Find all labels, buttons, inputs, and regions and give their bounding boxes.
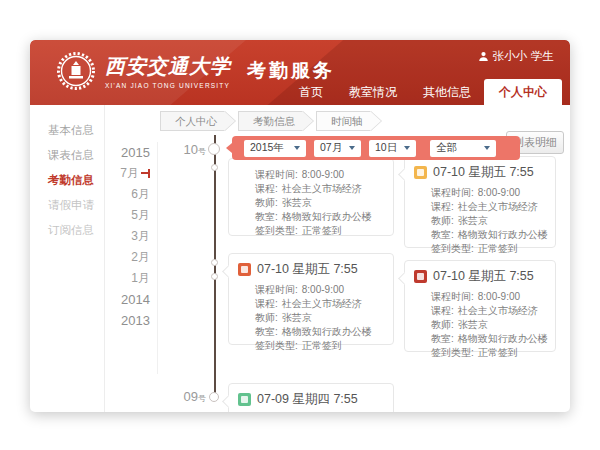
axis-month-feb[interactable]: 2月 — [110, 247, 150, 268]
day-marker-09[interactable]: 09号 — [172, 389, 206, 404]
dropdown-arrow-icon — [404, 146, 410, 150]
field-label-time: 课程时间: — [255, 284, 298, 295]
card-date-title: 07-10 星期五 7:55 — [257, 261, 358, 278]
timeline-node-day10[interactable] — [208, 143, 220, 155]
card-date-title: 07-09 星期四 7:55 — [257, 391, 358, 408]
breadcrumb-attendance-info[interactable]: 考勤信息 — [238, 111, 303, 131]
sidebar-item-leave-request[interactable]: 请假申请 — [30, 193, 104, 218]
nav-item-personal-center[interactable]: 个人中心 — [484, 79, 562, 105]
attendance-card: 07-10 星期五 7:55 课程时间:8:00-9:00 课程:社会主义市场经… — [404, 260, 556, 352]
field-label-room: 教室: — [431, 333, 454, 344]
card-date-title: 07-10 星期五 7:55 — [433, 268, 534, 285]
person-icon — [478, 51, 489, 62]
field-value-course: 社会主义市场经济 — [282, 298, 362, 309]
year-select[interactable]: 2015年 — [244, 140, 306, 157]
axis-month-jan[interactable]: 1月 — [110, 268, 150, 289]
breadcrumb-timeline[interactable]: 时间轴 — [316, 111, 371, 131]
app-header: 西安交通大学 XI'AN JIAO TONG UNIVERSITY 考勤服务 张… — [30, 40, 570, 105]
timeline-vertical-line — [214, 135, 216, 401]
user-name: 张小小 — [493, 49, 528, 64]
sidebar-item-subscription[interactable]: 订阅信息 — [30, 218, 104, 243]
breadcrumb-personal-center[interactable]: 个人中心 — [160, 111, 225, 131]
calendar-stamp-icon — [414, 166, 427, 179]
axis-year-2015[interactable]: 2015 — [110, 142, 150, 163]
field-value-room: 格物致知行政办公楼 — [458, 229, 548, 240]
axis-month-jun[interactable]: 6月 — [110, 184, 150, 205]
field-label-sign-type: 签到类型: — [431, 243, 474, 254]
sidebar-item-attendance[interactable]: 考勤信息 — [30, 168, 104, 193]
university-name-en: XI'AN JIAO TONG UNIVERSITY — [105, 82, 231, 89]
sidebar: 基本信息 课表信息 考勤信息 请假申请 订阅信息 — [30, 105, 105, 412]
field-label-teacher: 教师: — [431, 319, 454, 330]
field-label-teacher: 教师: — [431, 215, 454, 226]
field-value-time: 8:00-9:00 — [478, 291, 520, 302]
field-value-sign-type: 正常签到 — [478, 243, 518, 254]
nav-item-other-info[interactable]: 其他信息 — [410, 79, 484, 105]
field-value-course: 社会主义市场经济 — [458, 305, 538, 316]
breadcrumb: 个人中心 考勤信息 时间轴 — [160, 111, 384, 131]
field-value-time: 8:00-9:00 — [478, 187, 520, 198]
axis-month-jul[interactable]: 7月 — [110, 163, 150, 184]
dropdown-arrow-icon — [484, 146, 490, 150]
axis-month-mar[interactable]: 3月 — [110, 226, 150, 247]
field-value-teacher: 张芸京 — [282, 312, 312, 323]
attendance-card: 07-10 星期五 7:55 课程时间:8:00-9:00 课程:社会主义市场经… — [404, 156, 556, 248]
user-role: 学生 — [531, 49, 554, 64]
axis-year-2014[interactable]: 2014 — [110, 289, 150, 310]
field-value-course: 社会主义市场经济 — [458, 201, 538, 212]
sidebar-item-basic-info[interactable]: 基本信息 — [30, 118, 104, 143]
university-name-cn: 西安交通大学 — [105, 53, 231, 80]
field-value-teacher: 张芸京 — [282, 197, 312, 208]
day-select[interactable]: 10日 — [369, 140, 416, 157]
field-label-sign-type: 签到类型: — [431, 347, 474, 358]
field-value-sign-type: 正常签到 — [302, 340, 342, 351]
field-label-sign-type: 签到类型: — [255, 340, 298, 351]
field-value-course: 社会主义市场经济 — [282, 183, 362, 194]
app-window: 西安交通大学 XI'AN JIAO TONG UNIVERSITY 考勤服务 张… — [30, 40, 570, 412]
calendar-stamp-icon — [414, 270, 427, 283]
timeline-node-day09[interactable] — [209, 392, 219, 402]
field-value-room: 格物致知行政办公楼 — [458, 333, 548, 344]
field-value-teacher: 张芸京 — [458, 215, 488, 226]
university-name: 西安交通大学 XI'AN JIAO TONG UNIVERSITY — [105, 53, 231, 89]
main-nav: 首页 教室情况 其他信息 个人中心 — [286, 79, 562, 105]
attendance-card: 课程时间:8:00-9:00 课程:社会主义市场经济 教师:张芸京 教室:格物致… — [228, 158, 394, 236]
calendar-stamp-icon — [238, 393, 251, 406]
axis-month-may[interactable]: 5月 — [110, 205, 150, 226]
day-marker-10[interactable]: 10号 — [172, 142, 206, 157]
axis-year-2013[interactable]: 2013 — [110, 310, 150, 331]
field-label-teacher: 教师: — [255, 312, 278, 323]
field-label-course: 课程: — [255, 298, 278, 309]
field-value-room: 格物致知行政办公楼 — [282, 211, 372, 222]
month-select[interactable]: 07月 — [314, 140, 361, 157]
timeline-node-small-2 — [211, 259, 218, 266]
field-label-sign-type: 签到类型: — [255, 225, 298, 236]
user-info[interactable]: 张小小 学生 — [478, 49, 555, 64]
field-label-time: 课程时间: — [431, 291, 474, 302]
field-value-time: 8:00-9:00 — [302, 284, 344, 295]
field-value-teacher: 张芸京 — [458, 319, 488, 330]
field-value-sign-type: 正常签到 — [302, 225, 342, 236]
timeline-node-small-3 — [211, 273, 218, 280]
nav-item-classrooms[interactable]: 教室情况 — [336, 79, 410, 105]
timeline-axis: 2015 7月 6月 5月 3月 2月 1月 2014 2013 — [110, 142, 158, 374]
university-logo-icon — [56, 51, 96, 91]
field-label-course: 课程: — [255, 183, 278, 194]
timeline-node-small-1 — [211, 164, 218, 171]
field-value-sign-type: 正常签到 — [478, 347, 518, 358]
field-label-time: 课程时间: — [431, 187, 474, 198]
dropdown-arrow-icon — [349, 146, 355, 150]
type-select[interactable]: 全部 — [430, 140, 496, 157]
calendar-stamp-icon — [238, 263, 251, 276]
field-label-course: 课程: — [431, 305, 454, 316]
sidebar-item-timetable[interactable]: 课表信息 — [30, 143, 104, 168]
dropdown-arrow-icon — [294, 146, 300, 150]
filter-bar: 2015年 07月 10日 全部 — [232, 136, 520, 160]
field-label-teacher: 教师: — [255, 197, 278, 208]
attendance-card: 07-09 星期四 7:55 — [228, 383, 394, 412]
nav-item-home[interactable]: 首页 — [286, 79, 336, 105]
field-label-room: 教室: — [255, 326, 278, 337]
field-label-course: 课程: — [431, 201, 454, 212]
field-label-room: 教室: — [255, 211, 278, 222]
field-label-room: 教室: — [431, 229, 454, 240]
